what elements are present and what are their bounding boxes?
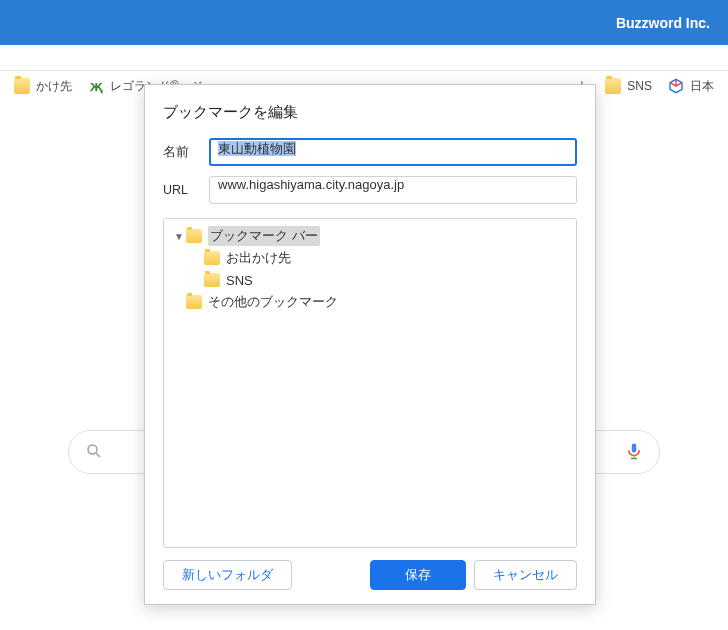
name-field-row: 名前 東山動植物園 [163, 138, 577, 166]
folder-icon [605, 78, 621, 94]
search-icon [85, 442, 103, 463]
url-label: URL [163, 183, 209, 197]
button-label: キャンセル [493, 566, 558, 584]
collapse-icon[interactable]: ▼ [172, 231, 186, 242]
cancel-button[interactable]: キャンセル [474, 560, 577, 590]
folder-tree[interactable]: ▼ ブックマーク バー お出かけ先 SNS その他のブックマーク [163, 218, 577, 548]
dialog-button-row: 新しいフォルダ 保存 キャンセル [163, 560, 577, 590]
url-input[interactable]: www.higashiyama.city.nagoya.jp [209, 176, 577, 204]
bookmark-item[interactable]: 日本 [660, 71, 722, 101]
svg-rect-2 [632, 443, 637, 452]
tree-label: ブックマーク バー [208, 226, 320, 246]
url-input-value: www.higashiyama.city.nagoya.jp [218, 177, 404, 192]
name-input[interactable]: 東山動植物園 [209, 138, 577, 166]
tree-node-bookmark-bar[interactable]: ▼ ブックマーク バー [168, 225, 572, 247]
page-area: ブックマークを編集 名前 東山動植物園 URL www.higashiyama.… [0, 101, 728, 630]
bookmark-label: SNS [627, 79, 652, 93]
svg-point-0 [88, 445, 97, 454]
svg-line-1 [96, 453, 100, 457]
folder-icon [186, 229, 202, 243]
tree-node-child[interactable]: SNS [168, 269, 572, 291]
folder-icon [204, 273, 220, 287]
name-input-value: 東山動植物園 [218, 141, 296, 156]
save-button[interactable]: 保存 [370, 560, 466, 590]
edit-bookmark-dialog: ブックマークを編集 名前 東山動植物園 URL www.higashiyama.… [144, 84, 596, 605]
tree-label: SNS [226, 273, 253, 288]
mic-icon[interactable] [625, 439, 643, 466]
tree-label: お出かけ先 [226, 249, 291, 267]
button-label: 保存 [405, 566, 431, 584]
folder-icon [204, 251, 220, 265]
tree-node-other[interactable]: その他のブックマーク [168, 291, 572, 313]
bookmark-item[interactable]: SNS [597, 71, 660, 101]
tree-node-child[interactable]: お出かけ先 [168, 247, 572, 269]
site-icon: җ [88, 78, 104, 94]
tree-label: その他のブックマーク [208, 293, 338, 311]
bookmark-item[interactable]: かけ先 [6, 71, 80, 101]
button-label: 新しいフォルダ [182, 566, 273, 584]
name-label: 名前 [163, 144, 209, 161]
toolbar-spacer [0, 45, 728, 71]
bookmark-label: かけ先 [36, 78, 72, 95]
brand-name: Buzzword Inc. [616, 15, 710, 31]
new-folder-button[interactable]: 新しいフォルダ [163, 560, 292, 590]
cube-icon [668, 78, 684, 94]
bookmark-label: 日本 [690, 78, 714, 95]
folder-icon [186, 295, 202, 309]
folder-icon [14, 78, 30, 94]
url-field-row: URL www.higashiyama.city.nagoya.jp [163, 176, 577, 204]
dialog-title: ブックマークを編集 [163, 103, 577, 122]
brand-header: Buzzword Inc. [0, 0, 728, 45]
